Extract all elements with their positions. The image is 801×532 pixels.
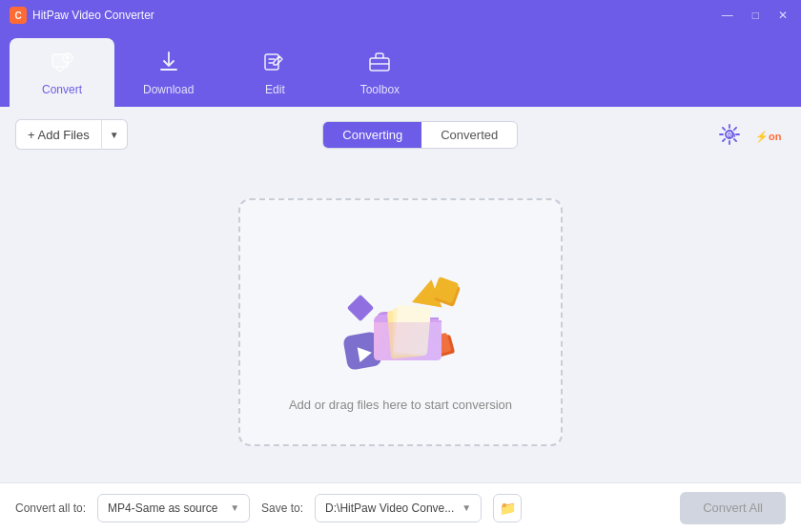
app-logo: C <box>10 7 27 24</box>
drop-zone[interactable]: Add or drag files here to start conversi… <box>238 198 563 446</box>
toolbar-left: + Add Files ▼ <box>15 119 128 150</box>
add-files-button[interactable]: + Add Files <box>15 119 101 150</box>
title-bar: C HitPaw Video Converter — □ ✕ <box>0 0 801 31</box>
main-content: + Add Files ▼ Converting Converted 0h <box>0 107 801 532</box>
save-to-value: D:\HitPaw Video Conve... <box>325 501 454 515</box>
nav-tab-download[interactable]: Download <box>114 38 222 107</box>
download-icon <box>155 49 182 79</box>
save-to-arrow-icon: ▼ <box>462 502 471 513</box>
convert-icon <box>49 49 75 79</box>
close-button[interactable]: ✕ <box>774 7 791 24</box>
svg-rect-0 <box>52 54 68 67</box>
dropdown-arrow-icon: ▼ <box>110 130 119 140</box>
accelerator-icon-btn[interactable]: ⚡on <box>753 118 786 151</box>
add-files-dropdown-button[interactable]: ▼ <box>101 119 128 150</box>
bottom-bar: Convert all to: MP4-Same as source ▼ Sav… <box>0 482 801 532</box>
download-label: Download <box>143 83 194 96</box>
folder-browse-button[interactable]: 📁 <box>493 494 522 522</box>
folder-open-icon: 📁 <box>500 501 516 516</box>
convert-format-value: MP4-Same as source <box>108 501 222 515</box>
svg-rect-2 <box>265 54 278 70</box>
edit-label: Edit <box>265 83 285 96</box>
window-controls: — □ ✕ <box>718 7 791 24</box>
toolbar-right: 0h ⚡on <box>713 118 786 151</box>
maximize-button[interactable]: □ <box>749 7 763 24</box>
nav-tab-convert[interactable]: Convert <box>10 38 114 107</box>
edit-icon <box>261 49 288 79</box>
folder-illustration <box>324 234 477 386</box>
converted-tab-button[interactable]: Converted <box>421 122 517 148</box>
toolbox-icon <box>366 49 393 79</box>
convert-label: Convert <box>42 83 82 96</box>
svg-text:⚡on: ⚡on <box>755 130 782 143</box>
toolbox-label: Toolbox <box>360 83 400 96</box>
nav-tab-edit[interactable]: Edit <box>222 38 327 107</box>
add-files-label: + Add Files <box>28 128 90 142</box>
convert-format-select[interactable]: MP4-Same as source ▼ <box>97 494 250 522</box>
convert-all-button[interactable]: Convert All <box>680 492 786 524</box>
settings-icon-btn[interactable]: 0h <box>713 118 746 151</box>
drop-zone-wrapper: Add or drag files here to start conversi… <box>0 162 801 482</box>
minimize-button[interactable]: — <box>718 7 737 24</box>
title-bar-left: C HitPaw Video Converter <box>10 7 154 24</box>
converting-tab-button[interactable]: Converting <box>323 122 421 148</box>
nav-bar: Convert Download Edit Tool <box>0 31 801 107</box>
toolbar: + Add Files ▼ Converting Converted 0h <box>0 107 801 162</box>
app-name: HitPaw Video Converter <box>32 9 154 22</box>
convert-format-arrow-icon: ▼ <box>230 502 239 513</box>
save-to-select[interactable]: D:\HitPaw Video Conve... ▼ <box>315 494 482 522</box>
save-to-label: Save to: <box>261 501 303 515</box>
svg-text:0h: 0h <box>728 132 735 138</box>
convert-all-to-label: Convert all to: <box>15 501 86 515</box>
drop-zone-text: Add or drag files here to start conversi… <box>289 398 512 412</box>
svg-rect-18 <box>347 294 374 320</box>
converting-tabs: Converting Converted <box>322 121 518 149</box>
nav-tab-toolbox[interactable]: Toolbox <box>327 38 432 107</box>
